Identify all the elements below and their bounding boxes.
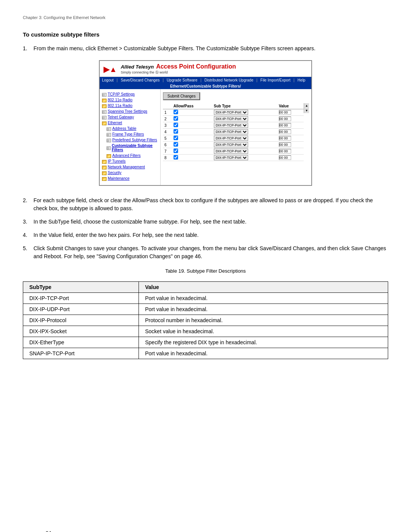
allow-pass-checkbox[interactable]: [174, 136, 178, 140]
subtype-select[interactable]: DIX-IP-TCP-Port DIX-IP-UDP-Port DIX-IP-P…: [214, 142, 248, 147]
row-value[interactable]: [277, 155, 304, 161]
col-num: [163, 103, 172, 109]
subtype-select[interactable]: DIX-IP-TCP-Port DIX-IP-UDP-Port DIX-IP-P…: [214, 110, 248, 115]
allow-pass-checkbox[interactable]: [174, 142, 178, 147]
filter-row: 8 DIX-IP-TCP-Port DIX-IP-UDP-Port DIX-IP…: [163, 155, 304, 161]
row-checkbox[interactable]: [172, 116, 212, 122]
scroll-up-arrow[interactable]: ▲: [304, 103, 309, 108]
sidebar-link-address[interactable]: Address Table: [112, 126, 136, 131]
value-input[interactable]: [279, 110, 291, 115]
row-subtype[interactable]: DIX-IP-TCP-Port DIX-IP-UDP-Port DIX-IP-P…: [212, 155, 277, 161]
sidebar-item-iptunnels[interactable]: 📁 IP Tunnels: [102, 159, 158, 164]
step-5: 5. Click Submit Changes to save your cha…: [23, 244, 388, 260]
row-subtype[interactable]: DIX-IP-TCP-Port DIX-IP-UDP-Port DIX-IP-P…: [212, 135, 277, 142]
nav-distributed[interactable]: Distributed Network Upgrade: [204, 78, 253, 82]
sidebar-item-frametype[interactable]: □ Frame Type Filters: [107, 132, 158, 137]
desc-subtype-cell: DIX-IP-TCP-Port: [23, 293, 139, 304]
desc-row: DIX-IP-UDP-Port Port value in hexadecima…: [23, 304, 388, 315]
row-value[interactable]: [277, 142, 304, 148]
sidebar-item-advanced[interactable]: 📁 Advanced Filters: [107, 153, 158, 158]
sidebar-link-iptunnels[interactable]: IP Tunnels: [108, 159, 126, 163]
sidebar-link-ethernet[interactable]: Ethernet: [108, 121, 122, 125]
sidebar-link-80211a[interactable]: 802.11a Radio: [108, 104, 132, 108]
allow-pass-checkbox[interactable]: [174, 155, 178, 160]
subtype-select[interactable]: DIX-IP-TCP-Port DIX-IP-UDP-Port DIX-IP-P…: [214, 155, 248, 160]
sidebar-item-tcpip[interactable]: □ TCP/IP Settings: [102, 92, 158, 97]
row-subtype[interactable]: DIX-IP-TCP-Port DIX-IP-UDP-Port DIX-IP-P…: [212, 129, 277, 135]
sidebar-link-spanning[interactable]: Spanning Tree Settings: [108, 109, 147, 113]
sidebar-item-predefined[interactable]: □ Predefined Subtype Filters: [107, 138, 158, 143]
row-num: 4: [163, 129, 172, 135]
allow-pass-checkbox[interactable]: [174, 149, 178, 153]
allow-pass-checkbox[interactable]: [174, 123, 178, 127]
sidebar-link-frametype[interactable]: Frame Type Filters: [112, 132, 144, 136]
row-checkbox[interactable]: [172, 129, 212, 135]
sidebar-link-advanced[interactable]: Advanced Filters: [112, 153, 140, 158]
sidebar-item-security[interactable]: 📁 Security: [102, 171, 158, 176]
subtype-select[interactable]: DIX-IP-TCP-Port DIX-IP-UDP-Port DIX-IP-P…: [214, 116, 248, 121]
sidebar-link-80211g[interactable]: 802.11g Radio: [108, 98, 132, 102]
filter-row: 2 DIX-IP-TCP-Port DIX-IP-UDP-Port DIX-IP…: [163, 116, 304, 122]
sidebar-link-telnet[interactable]: Telnet Gateway: [108, 115, 134, 119]
value-input[interactable]: [279, 142, 291, 147]
sidebar-link-security[interactable]: Security: [108, 171, 121, 175]
nav-save[interactable]: Save/Discard Changes: [121, 78, 159, 82]
sidebar-item-maintenance[interactable]: 📁 Maintenance: [102, 176, 158, 181]
nav-logout[interactable]: Logout: [102, 78, 114, 82]
value-input[interactable]: [279, 155, 291, 160]
sidebar-item-80211a[interactable]: 📁 802.11a Radio: [102, 104, 158, 109]
sidebar-item-80211g[interactable]: 📁 802.11g Radio: [102, 98, 158, 103]
row-checkbox[interactable]: [172, 148, 212, 155]
sidebar-item-customizable[interactable]: □ Customizable Subtype Filters: [107, 144, 158, 153]
row-subtype[interactable]: DIX-IP-TCP-Port DIX-IP-UDP-Port DIX-IP-P…: [212, 142, 277, 148]
row-checkbox[interactable]: [172, 135, 212, 142]
value-input[interactable]: [279, 123, 291, 128]
row-checkbox[interactable]: [172, 122, 212, 129]
sidebar-item-ethernet[interactable]: 📁 Ethernet: [102, 121, 158, 126]
value-input[interactable]: [279, 129, 291, 134]
row-value[interactable]: [277, 109, 304, 116]
value-input[interactable]: [279, 136, 291, 141]
row-subtype[interactable]: DIX-IP-TCP-Port DIX-IP-UDP-Port DIX-IP-P…: [212, 109, 277, 116]
row-checkbox[interactable]: [172, 142, 212, 148]
value-input[interactable]: [279, 149, 291, 153]
row-value[interactable]: [277, 148, 304, 155]
row-num: 6: [163, 142, 172, 148]
row-subtype[interactable]: DIX-IP-TCP-Port DIX-IP-UDP-Port DIX-IP-P…: [212, 122, 277, 129]
nav-file[interactable]: File Import/Export: [260, 78, 290, 82]
row-value[interactable]: [277, 116, 304, 122]
row-value[interactable]: [277, 135, 304, 142]
scrollbar[interactable]: ▲ ▼: [304, 103, 309, 113]
row-subtype[interactable]: DIX-IP-TCP-Port DIX-IP-UDP-Port DIX-IP-P…: [212, 148, 277, 155]
sidebar-item-telnet[interactable]: □ Telnet Gateway: [102, 115, 158, 120]
nav-upgrade[interactable]: Upgrade Software: [167, 78, 198, 82]
allow-pass-checkbox[interactable]: [174, 116, 178, 121]
row-checkbox[interactable]: [172, 109, 212, 116]
subtype-select[interactable]: DIX-IP-TCP-Port DIX-IP-UDP-Port DIX-IP-P…: [214, 123, 248, 128]
subtype-select[interactable]: DIX-IP-TCP-Port DIX-IP-UDP-Port DIX-IP-P…: [214, 129, 248, 134]
screen-body: □ TCP/IP Settings 📁 802.11g Radio 📁 802.…: [100, 89, 311, 185]
sidebar-item-netmgmt[interactable]: 📁 Network Management: [102, 165, 158, 170]
row-subtype[interactable]: DIX-IP-TCP-Port DIX-IP-UDP-Port DIX-IP-P…: [212, 116, 277, 122]
nav-help[interactable]: Help: [298, 78, 306, 82]
allow-pass-checkbox[interactable]: [174, 110, 178, 114]
folder-icon: 📁: [102, 99, 107, 102]
subtype-select[interactable]: DIX-IP-TCP-Port DIX-IP-UDP-Port DIX-IP-P…: [214, 149, 248, 154]
sidebar-link-tcpip[interactable]: TCP/IP Settings: [108, 92, 135, 96]
row-value[interactable]: [277, 122, 304, 129]
subtype-select[interactable]: DIX-IP-TCP-Port DIX-IP-UDP-Port DIX-IP-P…: [214, 136, 248, 141]
sidebar-link-maintenance[interactable]: Maintenance: [108, 176, 129, 181]
sidebar-link-predefined[interactable]: Predefined Subtype Filters: [112, 138, 157, 142]
sidebar-item-spanning[interactable]: □ Spanning Tree Settings: [102, 109, 158, 114]
scroll-down-arrow[interactable]: ▼: [304, 108, 309, 113]
section-title: To customize subtype filters: [23, 31, 388, 38]
allow-pass-checkbox[interactable]: [174, 129, 178, 134]
row-checkbox[interactable]: [172, 155, 212, 161]
value-input[interactable]: [279, 117, 291, 121]
row-value[interactable]: [277, 129, 304, 135]
sidebar-item-address[interactable]: □ Address Table: [107, 126, 158, 131]
step-3: 3. In the SubType field, choose the cust…: [23, 218, 388, 226]
sidebar-link-customizable[interactable]: Customizable Subtype Filters: [112, 144, 158, 152]
sidebar-link-netmgmt[interactable]: Network Management: [108, 165, 145, 169]
submit-changes-button[interactable]: Submit Changes: [163, 92, 200, 100]
